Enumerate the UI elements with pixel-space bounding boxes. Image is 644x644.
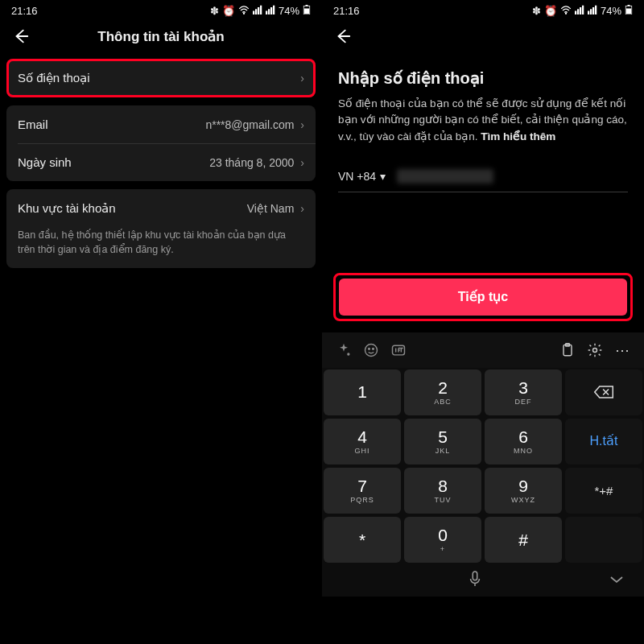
key-5[interactable]: 5JKL — [404, 419, 481, 464]
chevron-right-icon: › — [300, 72, 304, 85]
status-bar: 21:16 ✽ ⏰ 74% — [322, 0, 644, 19]
paw-icon: ✽ — [532, 5, 541, 17]
key-9[interactable]: 9WXYZ — [485, 468, 562, 514]
screen-enter-phone: 21:16 ✽ ⏰ 74% — [322, 0, 644, 644]
more-icon[interactable]: ⋯ — [609, 336, 636, 364]
signal-icon-2 — [266, 5, 275, 17]
svg-rect-3 — [258, 7, 259, 14]
battery-text: 74% — [279, 5, 299, 17]
key-8[interactable]: 8TUV — [404, 468, 481, 514]
row-dob-value: 23 tháng 8, 2000 — [209, 156, 294, 169]
svg-rect-15 — [580, 7, 581, 14]
row-region[interactable]: Khu vực tài khoản Việt Nam › — [6, 189, 316, 228]
battery-icon — [625, 5, 633, 17]
panel-region: Khu vực tài khoản Việt Nam › Ban đầu, hệ… — [6, 189, 316, 268]
svg-rect-6 — [268, 9, 270, 14]
mic-icon[interactable] — [469, 571, 481, 590]
gear-icon[interactable] — [581, 336, 609, 364]
page-description: Số điện thoại của bạn có thể sẽ được sử … — [338, 96, 628, 145]
key-backspace[interactable] — [565, 369, 642, 415]
page-title: Thông tin tài khoản — [0, 28, 322, 45]
chevron-right-icon: › — [300, 156, 304, 169]
svg-point-12 — [565, 13, 566, 14]
alarm-icon: ⏰ — [222, 5, 235, 17]
svg-point-27 — [373, 348, 374, 349]
phone-number-input[interactable] — [397, 169, 493, 184]
svg-rect-14 — [577, 9, 579, 14]
row-email[interactable]: Email n***8@gmail.com › — [6, 105, 316, 143]
status-time: 21:16 — [11, 5, 38, 17]
clipboard-icon[interactable] — [554, 336, 581, 364]
key-symbols[interactable]: *+# — [565, 468, 642, 514]
signal-icon-2 — [588, 5, 597, 17]
header — [322, 19, 644, 51]
key-3[interactable]: 3DEF — [485, 369, 562, 415]
screen-account-info: 21:16 ✽ ⏰ 74% — [0, 0, 322, 644]
keypad-bottom-bar — [322, 564, 644, 597]
signal-icon — [575, 5, 584, 17]
svg-rect-13 — [575, 11, 576, 15]
battery-text: 74% — [601, 5, 621, 17]
chevron-down-icon: ▾ — [380, 170, 386, 183]
key-4[interactable]: 4GHI — [324, 419, 401, 464]
battery-icon — [303, 5, 311, 17]
key-0[interactable]: 0+ — [404, 517, 481, 563]
wifi-icon — [560, 5, 572, 17]
row-dob[interactable]: Ngày sinh 23 tháng 8, 2000 › — [6, 143, 316, 181]
row-email-value: n***8@gmail.com — [205, 118, 294, 131]
svg-point-0 — [243, 13, 244, 14]
region-note: Ban đầu, hệ thống thiết lập khu vực tài … — [6, 228, 316, 268]
row-dob-label: Ngày sinh — [18, 155, 72, 169]
sparkle-icon[interactable] — [330, 336, 357, 364]
back-button[interactable] — [332, 25, 354, 47]
svg-rect-7 — [270, 7, 272, 14]
svg-rect-2 — [255, 9, 257, 14]
chevron-right-icon: › — [300, 202, 304, 215]
wifi-icon — [238, 5, 250, 17]
svg-rect-20 — [595, 6, 597, 14]
phone-input-row: VN +84 ▾ — [338, 169, 628, 192]
svg-rect-18 — [590, 9, 592, 14]
emoji-icon[interactable] — [357, 336, 385, 364]
svg-rect-8 — [273, 6, 275, 14]
key-6[interactable]: 6MNO — [485, 419, 562, 464]
svg-rect-19 — [592, 7, 594, 14]
key-hash[interactable]: # — [485, 517, 562, 563]
continue-highlight: Tiếp tục — [333, 273, 633, 321]
key-2[interactable]: 2ABC — [404, 369, 481, 415]
status-icons: ✽ ⏰ 74% — [532, 5, 633, 17]
row-email-label: Email — [18, 118, 48, 131]
svg-rect-4 — [260, 6, 262, 14]
svg-rect-11 — [304, 9, 309, 14]
key-empty — [565, 517, 642, 563]
chevron-right-icon: › — [300, 118, 304, 131]
collapse-keyboard-icon[interactable] — [609, 573, 625, 588]
page-title: Nhập số điện thoại — [338, 68, 628, 88]
svg-rect-17 — [588, 11, 589, 15]
row-phone[interactable]: Số điện thoại › — [6, 59, 316, 97]
key-star[interactable]: * — [324, 517, 401, 563]
paw-icon: ✽ — [210, 5, 219, 17]
svg-rect-16 — [582, 6, 584, 14]
panel-email-dob: Email n***8@gmail.com › Ngày sinh 23 thá… — [6, 105, 316, 181]
key-7[interactable]: 7PQRS — [324, 468, 401, 514]
svg-point-24 — [347, 353, 349, 355]
header: Thông tin tài khoản — [0, 19, 322, 59]
keyboard-toolbar: ⋯ — [322, 332, 644, 368]
status-time: 21:16 — [333, 5, 360, 17]
signal-icon — [253, 5, 262, 17]
continue-button[interactable]: Tiếp tục — [339, 279, 627, 316]
row-region-value: Việt Nam — [247, 202, 295, 215]
svg-rect-32 — [473, 572, 477, 580]
numeric-keypad: 1 2ABC 3DEF 4GHI 5JKL 6MNO H.tất 7PQRS 8… — [322, 368, 644, 597]
alarm-icon: ⏰ — [544, 5, 557, 17]
svg-rect-1 — [253, 11, 254, 15]
svg-point-26 — [369, 348, 370, 349]
learn-more-link[interactable]: Tìm hiểu thêm — [481, 130, 555, 142]
country-code-selector[interactable]: VN +84 ▾ — [338, 170, 386, 183]
svg-rect-5 — [266, 11, 267, 15]
key-done[interactable]: H.tất — [565, 419, 642, 464]
key-1[interactable]: 1 — [324, 369, 401, 415]
content: Nhập số điện thoại Số điện thoại của bạn… — [322, 51, 644, 192]
gif-icon[interactable] — [385, 336, 412, 364]
